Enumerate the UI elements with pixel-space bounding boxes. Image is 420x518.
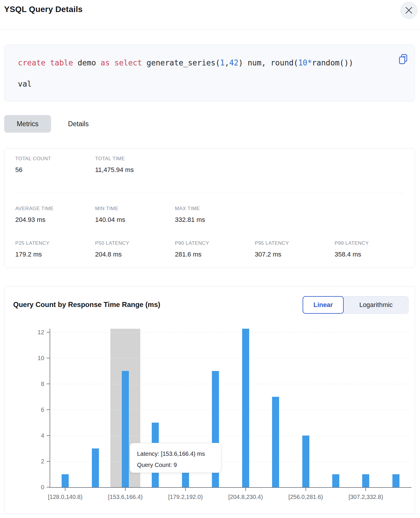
metric-label: MIN TIME (95, 205, 175, 212)
y-axis-tick-label: 6 (27, 406, 44, 413)
histogram-bar[interactable] (332, 474, 339, 487)
sql-token-number: 42 (229, 58, 238, 67)
y-axis-tick-label: 8 (27, 380, 44, 387)
metric-label: P90 LATENCY (175, 240, 255, 247)
histogram-bar[interactable] (62, 474, 69, 487)
y-axis-tick (47, 358, 50, 358)
metric-min-time: MIN TIME 140.04 ms (95, 205, 175, 224)
sql-token-plain: demo (73, 58, 101, 67)
y-axis-tick-label: 12 (27, 329, 44, 336)
metric-p90-latency: P90 LATENCY 281.6 ms (175, 240, 255, 259)
x-axis-tick (245, 488, 246, 491)
sql-query-line-2: val (18, 79, 32, 89)
metric-value: 179.2 ms (15, 250, 95, 259)
x-axis-tick-label: [256.0,281.6) (272, 494, 340, 500)
sql-token-number: 1 (220, 58, 225, 67)
histogram-bar[interactable] (302, 436, 309, 487)
sql-token-plain: generate_series( (142, 58, 220, 67)
copy-query-button[interactable] (398, 53, 410, 65)
close-button[interactable] (400, 1, 418, 19)
metric-label: P95 LATENCY (255, 240, 335, 247)
sql-token-plain: random()) (312, 58, 353, 67)
metric-value: 332.81 ms (175, 215, 255, 224)
histogram-bar[interactable] (242, 329, 249, 487)
y-gridline (50, 410, 411, 410)
metric-value: 204.93 ms (15, 215, 95, 224)
metrics-summary-card: TOTAL COUNT 56 TOTAL TIME 11,475.94 ms A… (4, 148, 415, 268)
chart-tooltip: Latency: [153.6,166.4) ms Query Count: 9 (130, 443, 221, 473)
sql-token-plain: ) num, round( (238, 58, 298, 67)
metric-label: P50 LATENCY (95, 240, 175, 247)
metric-average-time: AVERAGE TIME 204.93 ms (15, 205, 95, 224)
metric-value: 281.6 ms (175, 250, 255, 259)
sql-token-keyword: as select (101, 58, 142, 67)
x-axis-tick-label: [128.0,140.8) (31, 494, 99, 500)
y-axis-tick-label: 2 (27, 458, 44, 465)
x-axis-tick (365, 488, 366, 491)
y-axis-tick (47, 487, 50, 487)
y-axis-line (50, 329, 50, 488)
metric-label: P25 LATENCY (15, 240, 95, 247)
chart-title: Query Count by Response Time Range (ms) (13, 301, 160, 309)
y-gridline (50, 436, 411, 436)
tab-details[interactable]: Details (62, 115, 95, 133)
toggle-linear-button[interactable]: Linear (303, 296, 344, 314)
x-axis-tick (306, 488, 306, 491)
y-gridline (50, 358, 411, 358)
histogram-bar[interactable] (122, 371, 129, 487)
metrics-row-times: AVERAGE TIME 204.93 ms MIN TIME 140.04 m… (15, 205, 255, 224)
page-title: YSQL Query Details (4, 5, 83, 14)
metric-p50-latency: P50 LATENCY 204.8 ms (95, 240, 175, 259)
metric-value: 358.4 ms (335, 250, 414, 259)
latency-histogram-card: Query Count by Response Time Range (ms) … (4, 286, 415, 514)
metrics-row-totals: TOTAL COUNT 56 TOTAL TIME 11,475.94 ms (15, 156, 175, 174)
metric-label: TOTAL COUNT (15, 156, 95, 162)
metric-value: 56 (15, 166, 95, 174)
metric-value: 307.2 ms (255, 250, 335, 259)
metric-label: P99 LATENCY (335, 240, 414, 247)
metric-label: TOTAL TIME (95, 156, 175, 162)
toggle-logarithmic-button[interactable]: Logarithmic (344, 296, 408, 313)
metric-p99-latency: P99 LATENCY 358.4 ms (335, 240, 414, 259)
metrics-row-latencies: P25 LATENCY 179.2 ms P50 LATENCY 204.8 m… (15, 240, 414, 259)
x-axis-tick-label: [153.6,166.4) (92, 494, 159, 500)
metric-total-time: TOTAL TIME 11,475.94 ms (95, 156, 175, 174)
metric-total-count: TOTAL COUNT 56 (15, 156, 95, 174)
tooltip-latency-range: Latency: [153.6,166.4) ms (137, 449, 221, 458)
x-axis-tick-label: [307.2,332.8) (332, 494, 399, 500)
sql-token-plain: , (225, 58, 229, 67)
histogram-plot-area: 024681012[128.0,140.8)[153.6,166.4)[179.… (50, 329, 411, 487)
histogram-bar[interactable] (272, 397, 279, 487)
metric-max-time: MAX TIME 332.81 ms (175, 205, 255, 224)
y-axis-tick (47, 384, 50, 384)
x-axis-tick (65, 488, 65, 491)
x-axis-tick-label: [179.2,192.0) (152, 494, 219, 500)
sql-query-block: create table demo as select generate_ser… (4, 45, 415, 102)
metric-value: 204.8 ms (95, 250, 175, 259)
y-axis-tick (47, 435, 50, 436)
sql-query-line-1: create table demo as select generate_ser… (18, 58, 353, 68)
y-axis-tick-label: 0 (27, 484, 44, 491)
scale-toggle-group: Linear Logarithmic (303, 296, 409, 314)
histogram-bar[interactable] (362, 474, 369, 487)
tooltip-query-count: Query Count: 9 (137, 460, 221, 470)
ysql-query-details-modal: YSQL Query Details create table demo as … (0, 0, 420, 518)
metric-value: 140.04 ms (95, 215, 175, 224)
x-axis-tick-label: [204.8,230.4) (212, 494, 279, 500)
metric-value: 11,475.94 ms (95, 166, 175, 174)
metric-label: AVERAGE TIME (15, 205, 95, 212)
y-gridline (50, 461, 411, 462)
x-axis-tick (125, 488, 126, 491)
y-axis-tick-label: 4 (27, 432, 44, 439)
x-axis-line (50, 487, 411, 488)
close-icon (405, 6, 413, 14)
sql-token-keyword: create table (18, 58, 73, 67)
histogram-bar[interactable] (392, 474, 399, 487)
y-axis-tick (47, 461, 50, 462)
tab-metrics[interactable]: Metrics (4, 115, 51, 133)
y-axis-tick-label: 10 (27, 355, 44, 362)
metric-p95-latency: P95 LATENCY 307.2 ms (255, 240, 335, 259)
metrics-divider (15, 193, 404, 193)
histogram-bar[interactable] (92, 448, 99, 487)
y-gridline (50, 384, 411, 384)
